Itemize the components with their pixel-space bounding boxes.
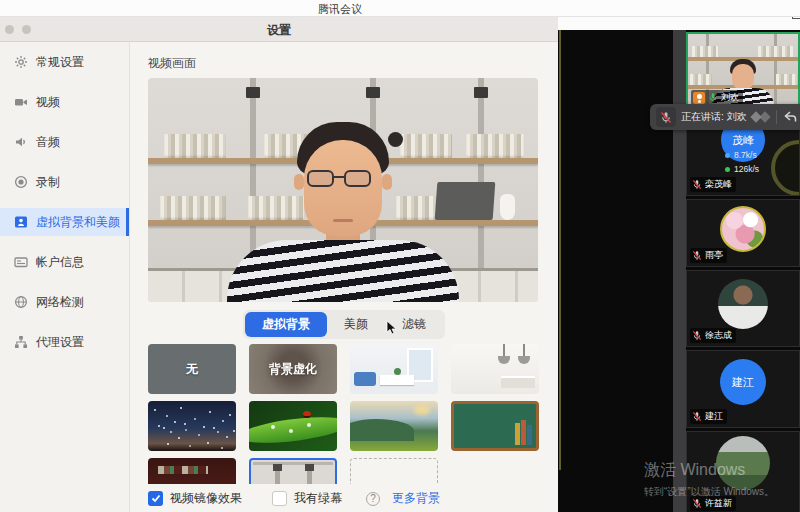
tab-virtual-background[interactable]: 虚拟背景 — [245, 312, 327, 337]
toolbar-divider — [776, 110, 777, 124]
participant-name: 许益新 — [705, 497, 732, 510]
sidebar-item-label: 帐户信息 — [36, 254, 84, 271]
options-row: 视频镜像效果 我有绿幕 ? 更多背景 — [148, 490, 440, 507]
download-rate: 126k/s — [734, 164, 759, 174]
participant-name: 刘欢 — [721, 91, 739, 104]
water-drop — [307, 423, 311, 427]
participant-tile-jianjiang[interactable]: 建江 建江 — [686, 350, 800, 428]
books — [164, 134, 226, 158]
participant-name-bar: 栾茂峰 — [690, 177, 736, 192]
tab-beauty[interactable]: 美颜 — [327, 312, 385, 337]
sidebar-item-label: 视频 — [36, 94, 60, 111]
more-backgrounds-link[interactable]: 更多背景 — [392, 490, 440, 507]
bg-thumb-starry-sky[interactable] — [148, 401, 236, 451]
bg-thumb-night-city[interactable] — [148, 458, 236, 484]
bg-thumb-green-leaf[interactable] — [249, 401, 337, 451]
books — [248, 196, 304, 220]
participant-name: 徐志成 — [705, 329, 732, 342]
id-card-icon — [13, 255, 28, 270]
post-cap — [474, 87, 488, 98]
speaker-icon — [13, 135, 28, 150]
participant-tile-yuting[interactable]: 雨亭 — [686, 199, 800, 267]
help-icon[interactable]: ? — [366, 492, 380, 506]
network-stats: 8.7k/s 126k/s — [725, 150, 759, 178]
upload-rate: 8.7k/s — [734, 150, 757, 160]
app-title: 腾讯会议 — [0, 2, 680, 17]
sidebar-item-network-test[interactable]: 网络检测 — [0, 288, 129, 316]
participant-name: 雨亭 — [705, 249, 723, 262]
books — [160, 196, 226, 220]
sidebar-item-label: 网络检测 — [36, 294, 84, 311]
return-arrow-icon[interactable] — [784, 111, 797, 123]
mic-muted-icon[interactable] — [656, 107, 676, 127]
sidebar-item-recording[interactable]: 录制 — [0, 168, 129, 196]
bg-thumb-office[interactable] — [350, 344, 438, 394]
settings-titlebar: 设置 — [0, 17, 558, 42]
water-drop — [271, 425, 275, 429]
stars — [154, 409, 156, 411]
books — [692, 46, 718, 57]
participant-name-bar: 刘欢 — [691, 90, 743, 105]
green-screen-checkbox[interactable] — [272, 491, 287, 506]
pendant-lamp — [503, 344, 505, 356]
mirror-checkbox[interactable] — [148, 491, 163, 506]
sidebar-item-audio[interactable]: 音频 — [0, 128, 129, 156]
participant-tile-liuhuan[interactable]: 刘欢 — [686, 32, 800, 110]
bg-thumb-add-custom[interactable] — [350, 458, 438, 484]
stars — [158, 425, 160, 427]
bg-thumb-bookshelf-selected[interactable] — [249, 458, 337, 484]
city-lights — [158, 466, 208, 474]
bg-thumb-chalkboard[interactable] — [451, 401, 539, 451]
bg-thumb-label: 无 — [148, 344, 236, 394]
network-gauge — [771, 140, 800, 196]
sidebar-item-account[interactable]: 帐户信息 — [0, 248, 129, 276]
book — [527, 425, 532, 445]
mic-muted-icon — [692, 250, 702, 261]
sidebar-item-label: 虚拟背景和美颜 — [36, 214, 120, 231]
kitchen-counter — [501, 376, 535, 388]
speaking-banner: 正在讲话: 刘欢 — [681, 110, 747, 124]
office-table — [380, 375, 414, 385]
sidebar-item-video[interactable]: 视频 — [0, 88, 129, 116]
portrait-icon — [13, 215, 28, 230]
book — [521, 420, 526, 445]
upload-dot-icon — [725, 153, 730, 158]
video-preview-label: 视频画面 — [148, 55, 196, 72]
avatar-landscape — [716, 436, 770, 490]
video-preview — [148, 78, 538, 302]
download-dot-icon — [725, 167, 730, 172]
sidebar-item-proxy[interactable]: 代理设置 — [0, 328, 129, 356]
glasses-left-lens — [307, 170, 334, 187]
settings-window: 设置 常规设置 视频 音频 — [0, 17, 558, 512]
sidebar-item-general[interactable]: 常规设置 — [0, 48, 129, 76]
sidebar-item-label: 录制 — [36, 174, 60, 191]
wall-clock — [388, 132, 403, 147]
background-grid: 无 背景虚化 — [148, 344, 540, 484]
bg-thumb-blur[interactable]: 背景虚化 — [249, 344, 337, 394]
mic-active-icon — [708, 92, 718, 103]
participant-name: 栾茂峰 — [705, 178, 732, 191]
logo-diamond-icon — [759, 111, 770, 122]
pendant-lamp — [523, 344, 525, 356]
bg-thumb-none[interactable]: 无 — [148, 344, 236, 394]
sunset-glow — [414, 405, 430, 415]
record-icon — [13, 175, 28, 190]
settings-title: 设置 — [0, 22, 558, 39]
bg-thumb-kitchen[interactable] — [451, 344, 539, 394]
participant-tile-xuyixin[interactable]: 许益新 — [686, 431, 800, 512]
water-drop — [289, 429, 293, 433]
office-plant — [394, 368, 401, 375]
participant-tile-xuzhicheng[interactable]: 徐志成 — [686, 270, 800, 347]
glasses-bridge — [334, 176, 344, 178]
books — [758, 46, 794, 57]
shelf-top-bar — [253, 462, 333, 465]
sidebar-item-virtual-background[interactable]: 虚拟背景和美颜 — [0, 208, 129, 236]
books — [690, 74, 712, 85]
bg-thumb-mountains[interactable] — [350, 401, 438, 451]
mirror-label: 视频镜像效果 — [170, 490, 242, 507]
post-cap — [305, 464, 314, 471]
post-cap — [273, 464, 282, 471]
sidebar-item-label: 代理设置 — [36, 334, 84, 351]
avatar: 建江 — [720, 359, 766, 405]
participant-name-bar: 许益新 — [690, 496, 736, 511]
